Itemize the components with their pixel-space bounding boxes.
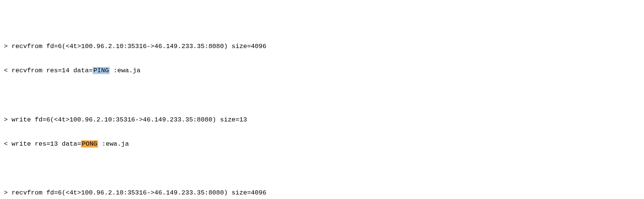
trace-suffix: :ewa.ja (110, 67, 141, 74)
trace-prefix: < write res=13 data= (0, 140, 81, 148)
trace-line: < recvfrom res=14 data=PING :ewa.ja (0, 65, 644, 77)
blank-line (0, 89, 644, 101)
trace-line: > write fd=6(<4t>100.96.2.10:35316->46.1… (0, 114, 644, 126)
trace-suffix: :ewa.ja (98, 140, 129, 148)
highlight-pong: PONG (81, 140, 98, 148)
blank-line (0, 163, 644, 175)
highlight-ping: PING (93, 67, 110, 74)
trace-line: > recvfrom fd=6(<4t>100.96.2.10:35316->4… (0, 40, 644, 53)
trace-line: > recvfrom fd=6(<4t>100.96.2.10:35316->4… (0, 187, 644, 199)
trace-prefix: < recvfrom res=14 data= (0, 67, 93, 74)
trace-line: < write res=13 data=PONG :ewa.ja (0, 138, 644, 150)
